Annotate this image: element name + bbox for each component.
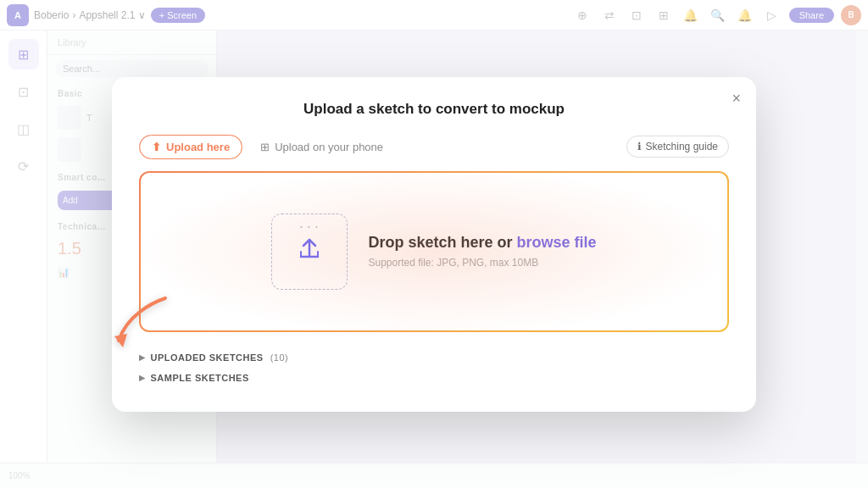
sample-sketches-arrow: ▶ <box>139 374 146 382</box>
tab-upload-here-label: Upload here <box>166 141 230 153</box>
upload-modal: Upload a sketch to convert to mockup × ⬆… <box>112 77 756 412</box>
tab-upload-phone[interactable]: ⊞ Upload on your phone <box>248 135 396 159</box>
dots-indicator: • • • <box>300 223 320 230</box>
drop-zone-text: Drop sketch here or browse file Supporte… <box>368 234 596 269</box>
upload-phone-icon: ⊞ <box>260 141 270 153</box>
browse-file-link[interactable]: browse file <box>517 234 597 251</box>
modal-close-button[interactable]: × <box>732 91 741 106</box>
uploaded-sketches-section[interactable]: ▶ UPLOADED SKETCHES (10) <box>139 347 729 368</box>
upload-arrow-icon <box>294 233 325 269</box>
uploaded-sketches-label: UPLOADED SKETCHES <box>151 352 264 363</box>
tab-upload-here[interactable]: ⬆ Upload here <box>139 135 242 159</box>
tab-upload-phone-label: Upload on your phone <box>275 141 383 153</box>
upload-here-icon: ⬆ <box>152 141 161 153</box>
drop-zone-main-text: Drop sketch here or browse file <box>368 234 596 252</box>
modal-title: Upload a sketch to convert to mockup <box>139 101 729 118</box>
sketching-guide-button[interactable]: ℹ Sketching guide <box>626 136 729 158</box>
drop-text-prefix: Drop sketch here or <box>368 234 516 251</box>
modal-overlay: Upload a sketch to convert to mockup × ⬆… <box>0 0 868 488</box>
modal-tabs: ⬆ Upload here ⊞ Upload on your phone ℹ S… <box>139 135 729 159</box>
uploaded-sketches-arrow: ▶ <box>139 353 146 362</box>
drop-zone-sub-text: Supported file: JPG, PNG, max 10MB <box>368 257 596 269</box>
drop-zone[interactable]: • • • Drop sketch here or browse file Su… <box>139 171 729 332</box>
sample-sketches-section[interactable]: ▶ SAMPLE SKETCHES <box>139 368 729 388</box>
upload-icon-container: • • • <box>271 214 348 290</box>
info-icon: ℹ <box>637 141 642 152</box>
sketching-guide-label: Sketching guide <box>646 141 718 152</box>
sample-sketches-label: SAMPLE SKETCHES <box>151 373 249 383</box>
uploaded-sketches-count: (10) <box>270 352 289 363</box>
